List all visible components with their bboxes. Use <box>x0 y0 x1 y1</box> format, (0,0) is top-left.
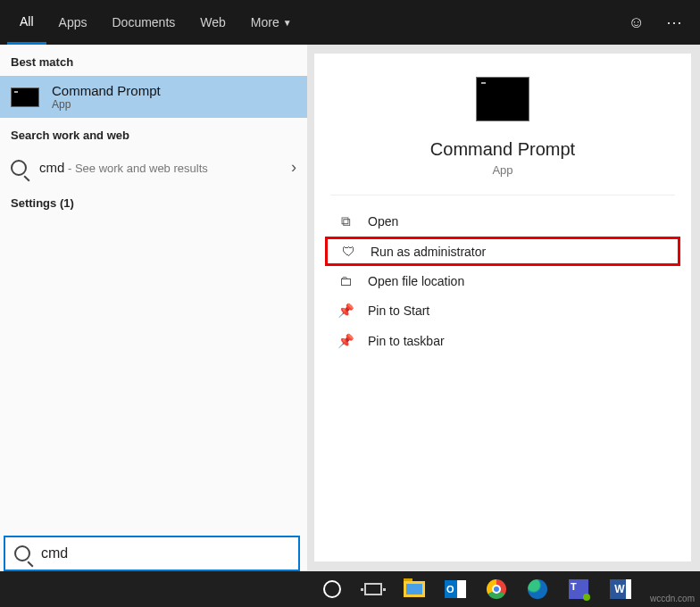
main-area: Best match Command Prompt App Search wor… <box>0 45 700 570</box>
action-runadmin-label: Run as administrator <box>371 245 486 259</box>
cmd-large-icon <box>476 77 529 121</box>
cortana-button[interactable] <box>314 571 350 607</box>
more-options-icon[interactable]: ⋯ <box>655 12 693 32</box>
results-pane: Best match Command Prompt App Search wor… <box>0 45 307 570</box>
tab-web[interactable]: Web <box>188 0 238 45</box>
action-pin-taskbar[interactable]: 📌 Pin to taskbar <box>314 326 691 356</box>
action-pinstart-label: Pin to Start <box>368 304 429 318</box>
search-work-web-label: Search work and web <box>0 118 307 149</box>
cortana-icon <box>323 580 341 598</box>
word-icon: W <box>610 579 629 599</box>
action-open-location[interactable]: 🗀 Open file location <box>314 266 691 295</box>
tab-all[interactable]: All <box>7 0 46 45</box>
search-box-icon <box>14 545 30 561</box>
chrome-button[interactable] <box>479 571 514 607</box>
feedback-icon[interactable]: ☺ <box>618 13 655 32</box>
chrome-icon <box>487 579 506 599</box>
open-icon: ⧉ <box>338 213 354 229</box>
chevron-right-icon: › <box>291 158 296 177</box>
word-button[interactable]: W <box>602 571 638 607</box>
file-explorer-button[interactable] <box>396 571 432 607</box>
actions-list: ⧉ Open 🛡 Run as administrator 🗀 Open fil… <box>314 195 691 367</box>
web-query: cmd <box>39 160 64 175</box>
watermark: wccdn.com <box>650 594 695 603</box>
result-subtitle: App <box>52 98 161 111</box>
outlook-button[interactable]: O <box>438 571 473 607</box>
action-pintaskbar-label: Pin to taskbar <box>368 334 445 348</box>
pin-taskbar-icon: 📌 <box>338 333 354 349</box>
teams-button[interactable] <box>561 571 596 607</box>
folder-icon: 🗀 <box>338 273 354 288</box>
preview-pane: Command Prompt App ⧉ Open 🛡 Run as admin… <box>314 54 691 561</box>
teams-icon <box>569 579 588 599</box>
task-view-icon <box>364 583 382 595</box>
best-match-result[interactable]: Command Prompt App <box>0 76 307 118</box>
admin-icon: 🛡 <box>340 244 356 259</box>
outlook-icon: O <box>445 580 466 598</box>
preview-subtitle: App <box>330 163 675 177</box>
web-result-row[interactable]: cmd - See work and web results › <box>0 149 307 186</box>
edge-icon <box>528 579 547 599</box>
search-icon <box>11 160 27 176</box>
action-run-as-admin[interactable]: 🛡 Run as administrator <box>325 237 680 266</box>
search-input[interactable] <box>41 545 289 561</box>
tab-documents[interactable]: Documents <box>99 0 188 45</box>
search-tabs: All Apps Documents Web More▼ ☺ ⋯ <box>0 0 700 45</box>
settings-label[interactable]: Settings (1) <box>0 186 307 217</box>
tab-more[interactable]: More▼ <box>238 0 304 45</box>
result-title: Command Prompt <box>52 83 161 98</box>
best-match-label: Best match <box>0 45 307 76</box>
search-box[interactable] <box>4 536 300 571</box>
task-view-button[interactable] <box>355 571 391 607</box>
preview-header: Command Prompt App <box>330 54 675 195</box>
tab-apps[interactable]: Apps <box>46 0 100 45</box>
action-open[interactable]: ⧉ Open <box>314 206 691 237</box>
edge-button[interactable] <box>520 571 555 607</box>
action-pin-start[interactable]: 📌 Pin to Start <box>314 295 691 326</box>
preview-title: Command Prompt <box>330 139 675 160</box>
web-hint: - See work and web results <box>64 162 207 175</box>
action-openloc-label: Open file location <box>368 274 464 288</box>
action-open-label: Open <box>368 214 398 229</box>
pin-start-icon: 📌 <box>338 303 354 319</box>
taskbar: O W <box>0 571 700 607</box>
folder-taskbar-icon <box>404 581 425 597</box>
cmd-icon <box>11 87 39 107</box>
